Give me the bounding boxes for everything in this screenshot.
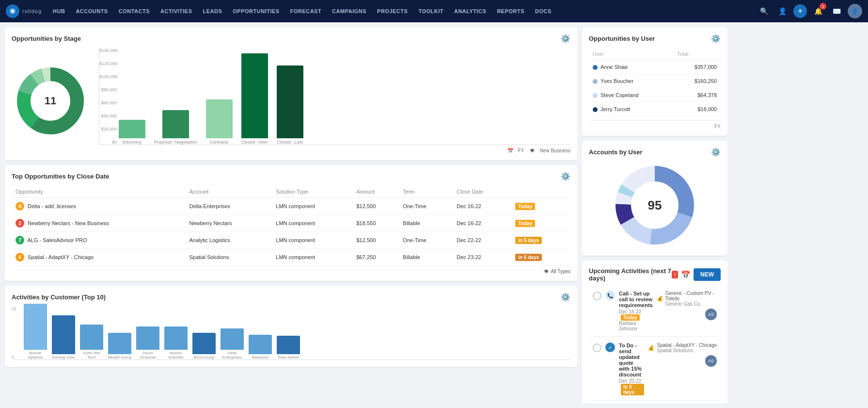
act-bar-delta: Delta Enterprises (220, 328, 244, 359)
nav-toolkit[interactable]: TOOLKIT (414, 0, 448, 22)
user-row[interactable]: Anne Shaw $357,000 (589, 60, 721, 74)
table-row[interactable]: 2 Newberry Nectars - New Business Newber… (12, 215, 570, 232)
col-solution: Solution Type (272, 186, 352, 198)
fy-label: FY (518, 148, 524, 153)
nav-hub[interactable]: HUB (48, 0, 69, 22)
notifications-button[interactable]: 🔔 3 (811, 4, 825, 18)
user-name-jerry: Jerry Turcott (589, 102, 673, 116)
alert-icon[interactable]: ! (672, 271, 678, 278)
company-line1: Spatial - AdaptXY - Chicago (657, 343, 717, 348)
y-label-4: $80,000 (99, 87, 117, 92)
user-avatar[interactable]: 👤 (848, 4, 862, 18)
user-row[interactable]: Yves Boucher $160,250 (589, 74, 721, 88)
nav-docs[interactable]: DOCS (531, 0, 556, 22)
activity-body: To Do - send updated quote with 15% disc… (619, 343, 644, 395)
nav-leads[interactable]: LEADS (199, 0, 227, 22)
calendar-icon[interactable]: 📅 (681, 270, 691, 279)
activities-customer-gear[interactable]: ⚙️ (561, 293, 570, 302)
activity-date: Dec 20-22 in 3 days (619, 378, 644, 395)
table-footer[interactable]: 👁️ All Types (12, 269, 570, 274)
bar-closed-won: Closed - Won (241, 53, 268, 145)
act-bar-outer: Outer Rim Tech (79, 325, 104, 359)
act-bar-zurich-label: Zurich Financial (136, 351, 160, 359)
all-types-icon: 👁️ (543, 269, 549, 274)
table-row[interactable]: 6 Spatial - AdaptXY - Chicago Spatial So… (12, 249, 570, 266)
badge-today: Today (515, 203, 535, 210)
nav-reports[interactable]: REPORTS (492, 0, 529, 22)
act-bar-delta-label: Delta Enterprises (220, 351, 244, 359)
activity-item[interactable]: ✓ To Do - send ROI datasheet Dec 20-22 i… (589, 402, 721, 403)
activity-item[interactable]: ✓ To Do - send updated quote with 15% di… (589, 338, 721, 401)
nav-opportunities[interactable]: OPPORTUNITIES (228, 0, 284, 22)
nav-campaigns[interactable]: CAMPAIGNS (328, 0, 371, 22)
activity-title: Call - Set up call to review requirement… (619, 291, 653, 308)
table-row[interactable]: 4 Delta - add. licenses Delta Enterprise… (12, 198, 570, 215)
activity-item[interactable]: 📞 Call - Set up call to review requireme… (589, 286, 721, 337)
nav-forecast[interactable]: FORECAST (286, 0, 326, 22)
col-close-date: Close Date (453, 186, 511, 198)
nav-contacts[interactable]: CONTACTS (114, 0, 154, 22)
y-label-6: $120,000 (99, 61, 117, 66)
opp-stage-content: 11 $0 $20,000 $40,000 $60,000 $80,000 (12, 48, 570, 153)
y-label-2: $40,000 (99, 114, 117, 118)
user-dot-steve (593, 93, 598, 98)
nav-analytics[interactable]: ANALYTICS (450, 0, 490, 22)
top-opp-gear[interactable]: ⚙️ (561, 172, 570, 181)
opp-user-table: User Total Anne Shaw $357,000 Yves Bouch… (589, 48, 721, 116)
activity-avatar: AS (705, 355, 717, 367)
y-label-7: $140,000 (99, 48, 117, 53)
fy-icon: 📅 (507, 148, 513, 153)
opp-user-gear[interactable]: ⚙️ (711, 34, 721, 43)
nav-activities[interactable]: ACTIVITIES (156, 0, 197, 22)
messages-button[interactable]: ✉️ (829, 4, 844, 18)
user-total-yves: $160,250 (673, 74, 721, 88)
opp-close: Dec 16-22 (453, 198, 511, 215)
opp-user-footer: FY (589, 120, 721, 129)
nav-accounts[interactable]: ACCOUNTS (71, 0, 112, 22)
activity-company: Spatial - AdaptXY - Chicago Spatial Solu… (657, 343, 717, 353)
company-line2: Generic Gas Co. (665, 301, 717, 307)
opp-stage-barchart: $0 $20,000 $40,000 $60,000 $80,000 $100,… (99, 48, 570, 153)
accounts-user-title: Accounts by User (589, 148, 643, 156)
svg-point-1 (11, 10, 14, 13)
act-bar-wealth-label: Wealth Group (108, 355, 132, 359)
opp-close: Dec 23-22 (453, 249, 511, 266)
nav-projects[interactable]: PROJECTS (373, 0, 412, 22)
add-button[interactable]: + (793, 4, 807, 18)
activity-right: 💰 Generic - Custom PV - Toledo Generic G… (657, 291, 717, 320)
company-line1: Generic - Custom PV - Toledo (665, 291, 717, 301)
opp-badge: in 6 days (511, 249, 570, 266)
bar-closed-won-label: Closed - Won (241, 140, 268, 145)
accounts-user-gear[interactable]: ⚙️ (711, 147, 721, 157)
accounts-user-header: Accounts by User ⚙️ (589, 147, 721, 157)
activity-check[interactable] (593, 292, 601, 300)
act-bar-starbucks: Starbucks (248, 335, 272, 359)
col-opportunity: Opportunity (12, 186, 185, 198)
table-row[interactable]: 7 ALG - SalesAdvisor PRO Analytic Logist… (12, 232, 570, 249)
nav-logo[interactable]: rolldog (6, 4, 42, 18)
opp-close: Dec 16-22 (453, 215, 511, 232)
activity-avatar: AS (705, 309, 717, 320)
upcoming-header-icons: ! 📅 NEW (672, 268, 721, 281)
todo-icon: ✓ (605, 343, 615, 352)
user-row[interactable]: Steve Copeland $64,378 (589, 88, 721, 102)
search-button[interactable]: 🔍 (757, 4, 771, 18)
contacts-button[interactable]: 👤 (775, 4, 789, 18)
upcoming-activities-card: Upcoming Activities (next 7 days) ! 📅 NE… (582, 261, 727, 403)
opp-num: 2 (16, 219, 24, 228)
opp-user-header: Opportunities by User ⚙️ (589, 34, 721, 43)
user-total-anne: $357,000 (673, 60, 721, 74)
opp-stage-gear[interactable]: ⚙️ (561, 34, 570, 43)
act-bar-tesla-label: Tesla Motors (276, 355, 300, 359)
left-column: Opportunities by Stage ⚙️ (5, 27, 577, 403)
activity-check[interactable] (593, 343, 601, 352)
act-y-25: 25 (12, 307, 16, 311)
opp-amount: $12,500 (353, 198, 399, 215)
opp-num: 6 (16, 253, 24, 261)
user-row[interactable]: Jerry Turcott $18,000 (589, 102, 721, 116)
user-col-total: Total (673, 48, 721, 60)
new-activity-button[interactable]: NEW (694, 268, 721, 281)
opp-term: Billable (399, 249, 453, 266)
user-total-steve: $64,378 (673, 88, 721, 102)
badge-5days: in 5 days (515, 237, 542, 244)
